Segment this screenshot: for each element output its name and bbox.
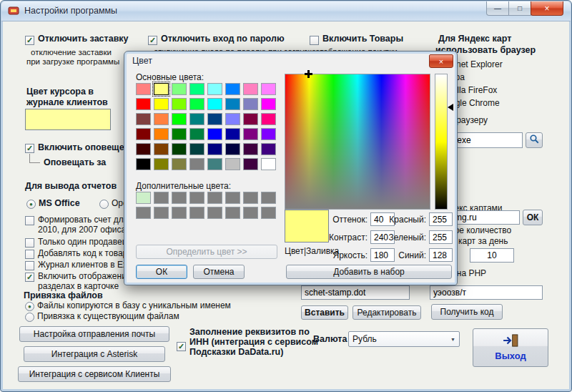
browser-search-button[interactable] (526, 132, 543, 148)
hue-sat-field[interactable] (285, 74, 430, 210)
color-swatch[interactable] (261, 113, 276, 125)
stamp-file-input[interactable] (301, 285, 410, 300)
cancel-button[interactable]: Отмена (193, 265, 245, 279)
color-swatch[interactable] (136, 113, 151, 125)
insert-button[interactable]: Вставить (301, 305, 348, 320)
mail-settings-button[interactable]: Настройка отправления почты (19, 326, 169, 342)
color-swatch[interactable] (243, 143, 258, 155)
color-swatch[interactable] (261, 128, 276, 140)
color-swatch[interactable] (189, 83, 204, 95)
edit-button[interactable]: Редактировать (352, 305, 421, 320)
maps-limit-input[interactable] (470, 248, 514, 263)
luminance-bar[interactable] (435, 74, 448, 210)
checkbox-disable-splash[interactable]: ✓ (25, 36, 34, 45)
color-swatch[interactable] (136, 192, 151, 204)
color-swatch[interactable] (243, 192, 258, 204)
radio-openoffice[interactable] (99, 200, 109, 209)
color-swatch[interactable] (243, 98, 258, 110)
get-code-button[interactable]: Получить код (431, 304, 503, 320)
checkbox-enable-notifications[interactable]: ✓ (25, 144, 34, 153)
checkbox-single-seller[interactable] (25, 238, 34, 248)
color-swatch[interactable] (225, 83, 240, 95)
radio-ms-office[interactable]: ● (26, 200, 36, 209)
color-swatch[interactable] (261, 158, 276, 170)
green-input[interactable] (429, 230, 453, 244)
color-swatch[interactable] (172, 207, 187, 219)
color-swatch[interactable] (207, 113, 222, 125)
maps-ok-button[interactable]: ОК (523, 210, 543, 225)
color-swatch[interactable] (261, 192, 276, 204)
color-swatch[interactable] (225, 192, 240, 204)
color-swatch[interactable] (154, 158, 169, 170)
color-swatch[interactable] (189, 128, 204, 140)
color-swatch[interactable] (136, 98, 151, 110)
color-swatch[interactable] (243, 207, 258, 219)
dialog-titlebar[interactable]: Цвет (127, 54, 427, 68)
color-swatch[interactable] (261, 143, 276, 155)
color-swatch[interactable] (189, 98, 204, 110)
asterisk-button[interactable]: Интеграция с Asterisk (24, 346, 165, 362)
color-swatch[interactable] (172, 192, 187, 204)
checkbox-disable-password-login[interactable]: ✓ (148, 36, 157, 45)
exit-button[interactable]: Выход (473, 328, 548, 367)
checkbox-clients-journal[interactable] (25, 261, 34, 270)
color-swatch[interactable] (189, 207, 204, 219)
color-swatch[interactable] (207, 83, 222, 95)
color-swatch[interactable] (225, 113, 240, 125)
color-swatch[interactable] (207, 192, 222, 204)
color-swatch[interactable] (207, 158, 222, 170)
color-swatch[interactable] (189, 192, 204, 204)
cursor-color-swatch[interactable] (25, 109, 111, 130)
color-swatch[interactable] (136, 143, 151, 155)
color-swatch[interactable] (261, 207, 276, 219)
color-swatch[interactable] (225, 207, 240, 219)
radio-attach-unique[interactable]: ● (25, 302, 34, 311)
color-swatch[interactable] (225, 143, 240, 155)
color-swatch[interactable] (154, 207, 169, 219)
color-swatch[interactable] (172, 143, 187, 155)
color-swatch[interactable] (261, 83, 276, 95)
color-swatch[interactable] (172, 98, 187, 110)
color-swatch[interactable] (207, 128, 222, 140)
color-swatch[interactable] (154, 143, 169, 155)
close-button[interactable]: × (531, 1, 563, 16)
color-swatch[interactable] (207, 143, 222, 155)
color-swatch[interactable] (136, 128, 151, 140)
color-swatch[interactable] (207, 98, 222, 110)
color-swatch[interactable] (243, 113, 258, 125)
add-to-set-button[interactable]: Добавить в набор (286, 265, 452, 279)
color-swatch[interactable] (243, 83, 258, 95)
checkbox-inn-autofill[interactable]: ✓ (177, 342, 186, 351)
color-swatch[interactable] (207, 207, 222, 219)
color-swatch[interactable] (243, 128, 258, 140)
color-swatch[interactable] (225, 158, 240, 170)
color-swatch[interactable] (154, 83, 169, 95)
minimize-button[interactable]: — (486, 1, 509, 16)
color-swatch[interactable] (136, 207, 151, 219)
checkbox-enable-products[interactable] (310, 36, 319, 45)
color-swatch[interactable] (172, 158, 187, 170)
color-swatch[interactable] (136, 83, 151, 95)
color-swatch[interactable] (154, 113, 169, 125)
define-color-button[interactable]: Определить цвет >> (136, 245, 277, 259)
hue-sat-marker[interactable] (305, 70, 312, 78)
color-swatch[interactable] (172, 113, 187, 125)
php-key-input[interactable] (430, 285, 543, 300)
maps-url-input[interactable] (451, 210, 520, 225)
color-swatch[interactable] (154, 192, 169, 204)
dialog-close-button[interactable]: × (429, 54, 453, 68)
checkbox-add-product-code[interactable] (25, 250, 34, 259)
luminance-slider[interactable] (448, 104, 453, 111)
color-swatch[interactable] (225, 128, 240, 140)
blue-input[interactable] (429, 248, 453, 262)
currency-select[interactable]: Рубль ▼ (348, 331, 460, 347)
clients-service-button[interactable]: Интеграция с сервисом Клиенты (18, 366, 171, 382)
color-swatch[interactable] (225, 98, 240, 110)
color-swatch[interactable] (189, 158, 204, 170)
color-swatch[interactable] (189, 113, 204, 125)
browser-path-input[interactable] (451, 132, 523, 148)
ok-button[interactable]: ОК (136, 265, 187, 279)
color-swatch[interactable] (154, 98, 169, 110)
maximize-button[interactable]: □ (508, 1, 531, 16)
radio-attach-existing[interactable] (25, 313, 34, 322)
